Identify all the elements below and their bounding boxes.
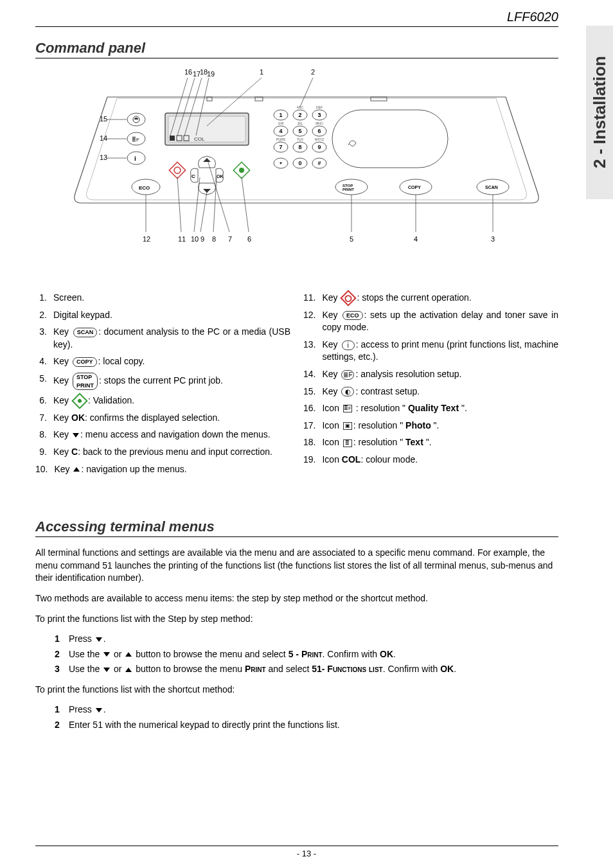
- item-text: Key COPY: local copy.: [53, 355, 290, 368]
- nav-down-icon: [103, 668, 110, 672]
- svg-text:9: 9: [200, 235, 204, 243]
- item-number: 4.: [35, 355, 53, 368]
- item-number: 18.: [303, 436, 322, 449]
- item-text: Key ECO: sets up the activation delay an…: [322, 309, 558, 334]
- list-item: 13.Key i: access to print menu (print fu…: [303, 339, 558, 364]
- para4: To print the functions list with the sho…: [35, 684, 558, 696]
- svg-rect-2: [371, 97, 387, 101]
- svg-text:#: #: [317, 160, 321, 166]
- step-item: 1Press .: [55, 704, 558, 716]
- nav-down-icon: [96, 708, 102, 713]
- validation-icon: [71, 393, 87, 409]
- svg-text:16: 16: [184, 68, 192, 76]
- svg-line-73: [177, 177, 181, 232]
- svg-text:COL: COL: [194, 136, 205, 142]
- svg-text:6: 6: [317, 128, 321, 134]
- item-text: Icon ≣F : resolution " Quality Text ".: [322, 402, 558, 415]
- para1: All terminal functions and settings are …: [35, 547, 558, 585]
- item-number: 3.: [35, 326, 53, 339]
- step-item: 1Press .: [55, 633, 558, 646]
- key-eco: ECO: [342, 311, 363, 321]
- svg-text:2: 2: [298, 112, 301, 118]
- key-oval: ≣F: [341, 370, 354, 380]
- item-number: 14.: [303, 368, 322, 381]
- svg-rect-19: [169, 162, 185, 178]
- list-item: 6.Key : Validation.: [35, 394, 290, 407]
- steps-stepbystep: 1Press .2Use the or button to browse the…: [55, 633, 558, 676]
- item-text: Key C: back to the previous menu and inp…: [53, 446, 290, 459]
- nav-down-icon: [96, 637, 102, 642]
- item-text: Key : menu access and navigation down th…: [53, 429, 290, 441]
- nav-up-icon: [125, 668, 132, 672]
- nav-up-icon: [73, 467, 80, 472]
- item-number: 2.: [35, 309, 53, 322]
- step-item: 3Use the or button to browse the menu Pr…: [55, 663, 558, 676]
- svg-text:JKL: JKL: [298, 121, 303, 125]
- item-text: Key ≣F: analysis resolution setup.: [322, 368, 558, 381]
- svg-text:10: 10: [191, 235, 199, 243]
- step-text: Use the or button to browse the menu and…: [69, 648, 396, 661]
- svg-text:6: 6: [247, 235, 251, 243]
- list-item: 4.Key COPY: local copy.: [35, 355, 290, 368]
- step-number: 3: [55, 663, 69, 676]
- key-oval: ◐: [341, 387, 354, 396]
- item-text: Key i: access to print menu (print funct…: [322, 339, 558, 364]
- svg-text:SCAN: SCAN: [485, 185, 498, 190]
- item-number: 16.: [303, 402, 322, 415]
- svg-point-22: [239, 168, 244, 173]
- item-text: Key : stops the current operation.: [322, 292, 558, 305]
- svg-text:2: 2: [311, 68, 315, 76]
- item-number: 10.: [35, 463, 54, 476]
- svg-line-74: [194, 177, 200, 232]
- item-number: 17.: [303, 420, 322, 432]
- step-text: Press .: [69, 633, 106, 646]
- item-text: Screen.: [53, 292, 290, 305]
- svg-text:3: 3: [491, 235, 495, 243]
- list-item: 19.Icon COL: colour mode.: [303, 454, 558, 466]
- command-panel-diagram: COL ≣F i ECO C: [35, 65, 578, 266]
- svg-rect-1: [255, 97, 263, 101]
- chapter-tab: 2 - Installation: [586, 26, 613, 199]
- list-item: 18.Icon ≣: resolution " Text ".: [303, 436, 558, 449]
- svg-rect-5: [170, 136, 175, 141]
- item-text: Icon COL: colour mode.: [322, 454, 558, 466]
- item-text: Icon ▣: resolution " Photo ".: [322, 420, 558, 432]
- section2-body: All terminal functions and settings are …: [35, 547, 558, 732]
- svg-text:OK: OK: [217, 174, 224, 179]
- key-scan: SCAN: [73, 328, 98, 337]
- svg-text:12: 12: [143, 235, 150, 243]
- document-model: LFF6020: [35, 10, 578, 26]
- step-text: Press .: [69, 704, 106, 716]
- svg-text:*: *: [280, 161, 282, 167]
- svg-text:WXYZ: WXYZ: [315, 137, 324, 141]
- step-text: Use the or button to browse the menu Pri…: [69, 663, 456, 676]
- list-item: 17.Icon ▣: resolution " Photo ".: [303, 420, 558, 432]
- item-text: Icon ≣: resolution " Text ".: [322, 436, 558, 449]
- feature-list-left: 1.Screen.2.Digital keypad.3.Key SCAN: do…: [35, 292, 290, 475]
- step-number: 1: [55, 633, 69, 646]
- svg-text:15: 15: [100, 115, 107, 123]
- header-rule: [35, 26, 558, 27]
- svg-text:≣F: ≣F: [132, 137, 139, 143]
- svg-text:TUV: TUV: [297, 137, 304, 141]
- item-text: Key SCAN: document analysis to the PC or…: [53, 326, 290, 351]
- svg-point-13: [127, 152, 145, 164]
- item-number: 8.: [35, 429, 53, 441]
- svg-text:19: 19: [207, 70, 215, 78]
- item-number: 11.: [303, 292, 322, 305]
- icon-box: ≣: [343, 439, 352, 447]
- page-number: - 13 -: [35, 849, 578, 858]
- key-copy: COPY: [73, 357, 97, 367]
- list-item: 8.Key : menu access and navigation down …: [35, 429, 290, 441]
- section-command-panel-title: Command panel: [35, 40, 558, 58]
- svg-line-68: [300, 78, 313, 107]
- svg-text:PQRS: PQRS: [276, 137, 286, 141]
- key-stop-print: STOPPRINT: [73, 373, 98, 390]
- svg-text:11: 11: [178, 235, 186, 243]
- svg-text:i: i: [134, 155, 136, 162]
- item-text: Key : navigation up the menus.: [54, 463, 290, 476]
- svg-text:C: C: [191, 173, 195, 179]
- nav-down-icon: [73, 433, 79, 438]
- svg-text:5: 5: [350, 235, 353, 243]
- item-text: Key OK: confirms the displayed selection…: [53, 412, 290, 425]
